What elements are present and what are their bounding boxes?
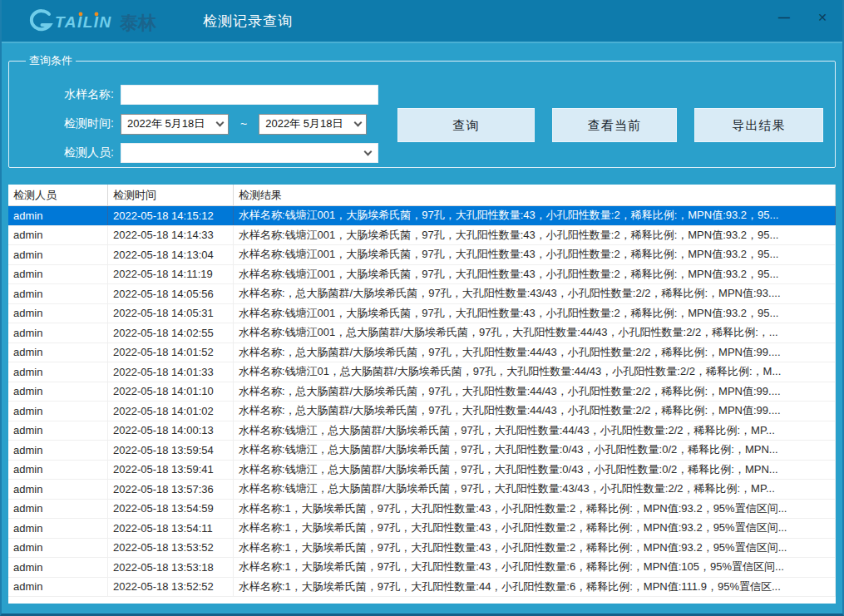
cell-time: 2022-05-18 14:00:13	[108, 421, 234, 441]
cell-time: 2022-05-18 14:05:31	[108, 304, 234, 323]
cell-time: 2022-05-18 14:02:55	[108, 323, 234, 342]
table-row[interactable]: admin2022-05-18 13:52:52水样名称:1，大肠埃希氏菌，97…	[8, 578, 836, 598]
cell-result: 水样名称:钱塘江001，大肠埃希氏菌，97孔，大孔阳性数量:43，小孔阳性数量:…	[234, 226, 836, 245]
table-row[interactable]: admin2022-05-18 13:53:52水样名称:1，大肠埃希氏菌，97…	[8, 539, 836, 559]
cell-result: 水样名称:钱塘江001，大肠埃希氏菌，97孔，大孔阳性数量:43，小孔阳性数量:…	[234, 245, 836, 264]
table-row[interactable]: admin2022-05-18 14:01:02水样名称:，总大肠菌群/大肠埃希…	[8, 402, 836, 421]
cell-person: admin	[8, 226, 108, 245]
cell-time: 2022-05-18 14:14:33	[108, 226, 234, 245]
cell-time: 2022-05-18 13:53:52	[108, 539, 234, 558]
table-row[interactable]: admin2022-05-18 13:53:18水样名称:1，大肠埃希氏菌，97…	[8, 558, 836, 578]
minimize-button[interactable]: —	[776, 10, 792, 25]
table-row[interactable]: admin2022-05-18 14:02:55水样名称:钱塘江001，总大肠菌…	[8, 323, 836, 343]
cell-person: admin	[8, 539, 108, 558]
cell-result: 水样名称:，总大肠菌群/大肠埃希氏菌，97孔，大孔阳性数量:44/43，小孔阳性…	[234, 402, 836, 421]
start-date-picker[interactable]: 2022年 5月18日	[121, 114, 229, 135]
table-row[interactable]: admin2022-05-18 14:15:12水样名称:钱塘江001，大肠埃希…	[8, 206, 836, 226]
cell-result: 水样名称:1，大肠埃希氏菌，97孔，大孔阳性数量:44，小孔阳性数量:6，稀释比…	[234, 578, 836, 597]
table-row[interactable]: admin2022-05-18 13:54:59水样名称:1，大肠埃希氏菌，97…	[8, 500, 836, 520]
table-body: admin2022-05-18 14:15:12水样名称:钱塘江001，大肠埃希…	[8, 206, 836, 597]
export-results-button[interactable]: 导出结果	[694, 108, 823, 142]
chevron-down-icon	[216, 118, 225, 126]
detect-person-label: 检测人员:	[21, 145, 114, 160]
table-row[interactable]: admin2022-05-18 14:11:19水样名称:钱塘江001，大肠埃希…	[8, 265, 836, 285]
cell-time: 2022-05-18 13:59:41	[108, 461, 234, 480]
cell-person: admin	[8, 206, 108, 225]
cell-time: 2022-05-18 14:01:10	[108, 382, 234, 402]
date-range-separator: ~	[240, 117, 247, 131]
query-conditions-panel: 查询条件 水样名称: 检测时间: 2022年 5月18日 ~ 2022年 5月1…	[8, 53, 836, 168]
end-date-value: 2022年 5月18日	[265, 116, 343, 131]
cell-person: admin	[8, 402, 108, 421]
table-row[interactable]: admin2022-05-18 14:14:33水样名称:钱塘江001，大肠埃希…	[8, 226, 836, 246]
cell-person: admin	[8, 343, 108, 362]
sample-name-label: 水样名称:	[21, 87, 114, 102]
cell-result: 水样名称:钱塘江001，大肠埃希氏菌，97孔，大孔阳性数量:43，小孔阳性数量:…	[234, 265, 836, 284]
column-header-person[interactable]: 检测人员	[8, 185, 108, 205]
cell-time: 2022-05-18 13:54:11	[108, 519, 234, 538]
table-row[interactable]: admin2022-05-18 13:59:41水样名称:钱塘江，总大肠菌群/大…	[8, 461, 836, 480]
cell-time: 2022-05-18 14:11:19	[108, 265, 234, 284]
detect-time-label: 检测时间:	[21, 116, 114, 131]
table-row[interactable]: admin2022-05-18 14:13:04水样名称:钱塘江001，大肠埃希…	[8, 245, 836, 265]
cell-person: admin	[8, 519, 108, 538]
cell-person: admin	[8, 265, 108, 284]
logo-cn-text: 泰林	[119, 12, 157, 33]
cell-person: admin	[8, 382, 108, 402]
cell-time: 2022-05-18 14:01:33	[108, 362, 234, 382]
svg-text:TAILIN: TAILIN	[55, 13, 112, 31]
logo-dot-2	[95, 12, 99, 17]
window-controls: — ✕	[776, 0, 831, 43]
view-current-button[interactable]: 查看当前	[552, 108, 677, 142]
table-row[interactable]: admin2022-05-18 13:59:54水样名称:钱塘江，总大肠菌群/大…	[8, 441, 836, 461]
end-date-picker[interactable]: 2022年 5月18日	[259, 114, 367, 135]
cell-result: 水样名称:，总大肠菌群/大肠埃希氏菌，97孔，大孔阳性数量:44/43，小孔阳性…	[234, 382, 836, 402]
cell-result: 水样名称:钱塘江，总大肠菌群/大肠埃希氏菌，97孔，大孔阳性数量:0/43，小孔…	[234, 441, 836, 460]
cell-result: 水样名称:，总大肠菌群/大肠埃希氏菌，97孔，大孔阳性数量:44/43，小孔阳性…	[234, 343, 836, 362]
cell-person: admin	[8, 362, 108, 382]
table-row[interactable]: admin2022-05-18 14:01:52水样名称:，总大肠菌群/大肠埃希…	[8, 343, 836, 363]
table-row[interactable]: admin2022-05-18 13:57:36水样名称:钱塘江，总大肠菌群/大…	[8, 480, 836, 500]
column-header-result[interactable]: 检测结果	[234, 185, 836, 205]
cell-result: 水样名称:钱塘江，总大肠菌群/大肠埃希氏菌，97孔，大孔阳性数量:0/43，小孔…	[234, 461, 836, 480]
query-conditions-legend: 查询条件	[26, 53, 76, 68]
table-row[interactable]: admin2022-05-18 14:05:31水样名称:钱塘江001，大肠埃希…	[8, 304, 836, 324]
cell-person: admin	[8, 323, 108, 342]
cell-result: 水样名称:1，大肠埃希氏菌，97孔，大孔阳性数量:43，小孔阳性数量:2，稀释比…	[234, 519, 836, 538]
close-button[interactable]: ✕	[814, 10, 831, 25]
cell-time: 2022-05-18 13:57:36	[108, 480, 234, 499]
cell-time: 2022-05-18 13:54:59	[108, 500, 234, 519]
table-row[interactable]: admin2022-05-18 14:01:10水样名称:，总大肠菌群/大肠埃希…	[8, 382, 836, 402]
cell-result: 水样名称:1，大肠埃希氏菌，97孔，大孔阳性数量:43，小孔阳性数量:2，稀释比…	[234, 539, 836, 558]
titlebar: TAILIN 泰林 检测记录查询 — ✕	[2, 0, 842, 43]
cell-person: admin	[8, 558, 108, 577]
cell-time: 2022-05-18 14:05:56	[108, 284, 234, 303]
app-window: TAILIN 泰林 检测记录查询 — ✕ 查询条件 水样名称: 检测时间: 20…	[0, 0, 844, 616]
cell-result: 水样名称:1，大肠埃希氏菌，97孔，大孔阳性数量:43，小孔阳性数量:6，稀释比…	[234, 558, 836, 577]
table-row[interactable]: admin2022-05-18 14:05:56水样名称:，总大肠菌群/大肠埃希…	[8, 284, 836, 304]
cell-time: 2022-05-18 14:01:52	[108, 343, 234, 362]
cell-time: 2022-05-18 13:53:18	[108, 558, 234, 577]
column-header-time[interactable]: 检测时间	[108, 185, 234, 205]
table-row[interactable]: admin2022-05-18 14:00:13水样名称:钱塘江，总大肠菌群/大…	[8, 421, 836, 441]
cell-result: 水样名称:钱塘江01，总大肠菌群/大肠埃希氏菌，97孔，大孔阳性数量:44/43…	[234, 362, 836, 382]
detect-person-select[interactable]	[121, 143, 378, 163]
table-row[interactable]: admin2022-05-18 14:01:33水样名称:钱塘江01，总大肠菌群…	[8, 362, 836, 382]
cell-time: 2022-05-18 13:52:52	[108, 578, 234, 597]
table-row[interactable]: admin2022-05-18 13:54:11水样名称:1，大肠埃希氏菌，97…	[8, 519, 836, 539]
cell-person: admin	[8, 500, 108, 519]
chevron-down-icon	[364, 147, 373, 155]
logo-dot-1	[79, 12, 83, 17]
cell-person: admin	[8, 421, 108, 441]
sample-name-input[interactable]	[121, 85, 378, 105]
tailin-logo: TAILIN 泰林	[25, 6, 165, 36]
cell-result: 水样名称:1，大肠埃希氏菌，97孔，大孔阳性数量:43，小孔阳性数量:2，稀释比…	[234, 500, 836, 519]
cell-person: admin	[8, 461, 108, 480]
detect-person-row: 检测人员:	[21, 142, 823, 164]
cell-time: 2022-05-18 14:13:04	[108, 245, 234, 264]
query-button[interactable]: 查询	[397, 108, 535, 142]
chevron-down-icon	[354, 118, 363, 126]
cell-time: 2022-05-18 14:01:02	[108, 402, 234, 421]
cell-person: admin	[8, 304, 108, 323]
cell-result: 水样名称:钱塘江001，总大肠菌群/大肠埃希氏菌，97孔，大孔阳性数量:44/4…	[234, 323, 836, 342]
